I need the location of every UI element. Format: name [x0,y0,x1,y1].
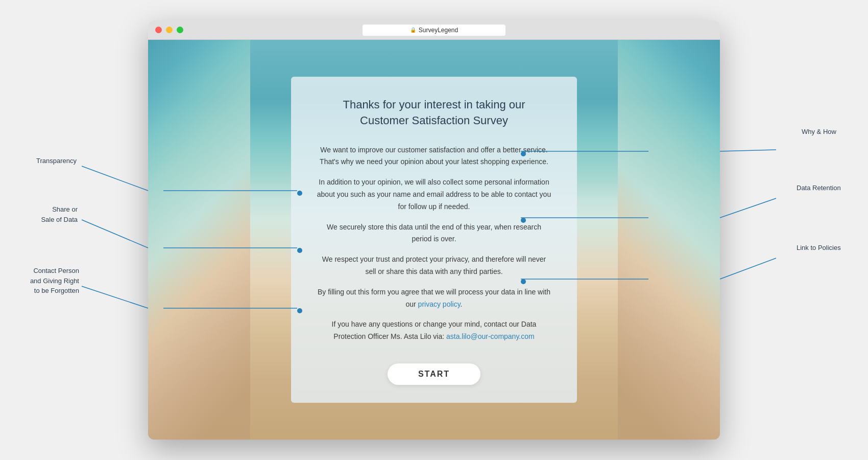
paragraph-why-how: We want to improve our customer satisfac… [317,144,551,169]
paragraph-transparency: In addition to your opinion, we will als… [317,176,551,213]
paragraph-share-sale: We respect your trust and protect your p… [317,254,551,278]
dot-share-sale [297,248,302,253]
beach-right [618,40,720,440]
title-line1: Thanks for your interest in taking our [343,98,525,111]
paragraph5-suffix: . [461,300,463,308]
titlebar: 🔒 SurveyLegend [148,20,720,40]
close-button[interactable] [155,27,162,33]
paragraph-contact: If you have any questions or change your… [317,318,551,343]
dot-link-policies [521,279,526,284]
title-line2: Customer Satisfaction Survey [360,114,508,127]
svg-line-6 [720,150,776,151]
survey-title: Thanks for your interest in taking our C… [317,97,551,129]
privacy-policy-link[interactable]: privacy policy [418,300,461,308]
lock-icon: 🔒 [410,27,416,33]
svg-line-8 [720,198,776,218]
annotation-why-how: Why & How [802,127,868,137]
paragraph-data-retention: We securely store this data until the en… [317,221,551,246]
browser-content: Thanks for your interest in taking our C… [148,40,720,440]
url-text: SurveyLegend [419,27,458,34]
address-bar[interactable]: 🔒 SurveyLegend [363,25,505,36]
svg-line-10 [720,258,776,279]
mac-window: 🔒 SurveyLegend Thanks for your interest … [148,20,720,440]
dot-data-retention [521,218,526,223]
email-link[interactable]: asta.lilo@our-company.com [446,332,535,340]
annotation-share-sale: Share orSale of Data [6,204,78,224]
start-button[interactable]: START [388,363,480,385]
annotation-transparency: Transparency [15,156,77,166]
svg-line-9 [82,220,148,248]
dot-transparency [297,191,302,196]
survey-card: Thanks for your interest in taking our C… [291,77,577,403]
maximize-button[interactable] [177,27,183,33]
minimize-button[interactable] [166,27,173,33]
outer-wrapper: Transparency Share orSale of Data Contac… [0,0,868,460]
annotation-data-retention: Data Retention [797,183,868,193]
paragraph-link-policies: By filling out this form you agree that … [317,286,551,311]
annotation-link-policies: Link to Policies [797,243,868,253]
survey-body: We want to improve our customer satisfac… [317,144,551,343]
beach-left [148,40,250,440]
svg-line-7 [82,166,148,191]
dot-contact [297,308,302,313]
window-buttons [155,27,183,33]
annotation-contact: Contact Personand Giving Rightto be Forg… [5,266,79,296]
svg-line-11 [82,286,148,308]
dot-why-how [521,151,526,156]
